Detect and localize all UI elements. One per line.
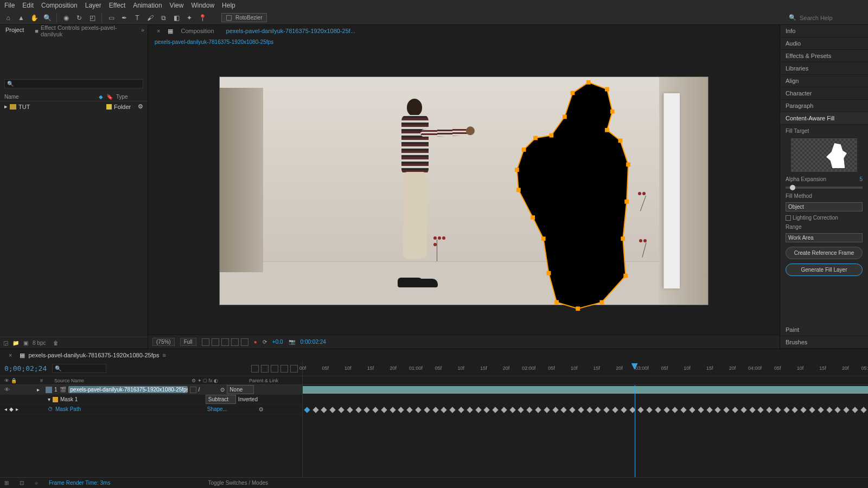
bpc-toggle[interactable]: 8 bpc bbox=[33, 340, 46, 346]
layer-duration-bar[interactable] bbox=[303, 386, 868, 394]
panel-effects-presets[interactable]: Effects & Presets bbox=[780, 50, 868, 62]
ruler-tick[interactable]: 10f bbox=[344, 365, 352, 371]
settings-icon[interactable]: ⚙ bbox=[138, 103, 143, 110]
keyframe[interactable] bbox=[783, 407, 789, 413]
tl-footer-icon-3[interactable]: ⟐ bbox=[35, 480, 38, 486]
ruler-tick[interactable]: 10f bbox=[797, 365, 804, 371]
resolution-select[interactable]: Full bbox=[180, 338, 196, 346]
exposure-value[interactable]: +0.0 bbox=[272, 339, 283, 345]
ruler-tick[interactable]: 04:00f bbox=[748, 365, 762, 371]
ruler-tick[interactable]: 03:00f bbox=[635, 365, 649, 371]
comp-tab-name[interactable]: pexels-pavel-danilyuk-7816375-1920x1080-… bbox=[222, 26, 360, 36]
new-comp-icon[interactable]: ▣ bbox=[23, 340, 28, 346]
alpha-expansion-value[interactable]: 5 bbox=[859, 176, 863, 182]
tl-tool-5[interactable] bbox=[290, 365, 298, 373]
panel-align[interactable]: Align bbox=[780, 75, 868, 87]
keyframe[interactable] bbox=[467, 407, 473, 413]
keyframe[interactable] bbox=[766, 407, 772, 413]
vf-reset-icon[interactable]: ⟳ bbox=[263, 339, 267, 345]
tl-footer-icon-1[interactable]: ⊞ bbox=[4, 480, 9, 486]
snapshot-icon[interactable]: 📷 bbox=[289, 339, 295, 345]
tab-project[interactable]: Project bbox=[0, 25, 29, 37]
panel-character[interactable]: Character bbox=[780, 87, 868, 100]
vf-guide-icon[interactable] bbox=[241, 338, 248, 346]
keyframe[interactable] bbox=[818, 407, 824, 413]
ruler-tick[interactable]: 02:00f bbox=[522, 365, 535, 371]
next-keyframe-icon[interactable]: ▸ bbox=[16, 406, 18, 412]
vf-grid-icon[interactable] bbox=[231, 338, 239, 346]
zoom-tool-icon[interactable]: 🔍 bbox=[42, 13, 52, 23]
keyframe[interactable] bbox=[826, 407, 832, 413]
comp-tab-label[interactable]: Composition bbox=[176, 26, 218, 36]
keyframe[interactable] bbox=[432, 407, 438, 413]
add-keyframe-icon[interactable]: ◆ bbox=[9, 406, 14, 412]
keyframe[interactable] bbox=[561, 407, 567, 413]
keyframe[interactable] bbox=[612, 407, 618, 413]
range-select[interactable]: Work Area bbox=[786, 233, 863, 242]
panel-menu-icon[interactable]: » bbox=[138, 25, 148, 37]
tl-tool-1[interactable] bbox=[251, 365, 259, 373]
keyframe[interactable] bbox=[509, 407, 515, 413]
keyframe[interactable] bbox=[801, 407, 807, 413]
keyframe[interactable] bbox=[595, 407, 601, 413]
col-type[interactable]: Type bbox=[116, 94, 143, 100]
project-search-input[interactable] bbox=[4, 79, 143, 88]
tl-footer-icon-2[interactable]: ⊡ bbox=[20, 480, 24, 486]
camera-tool-icon[interactable]: ◰ bbox=[87, 13, 97, 23]
keyframe[interactable] bbox=[706, 407, 712, 413]
timecode[interactable]: 0;00;02;24 bbox=[4, 364, 47, 373]
ruler-tick[interactable]: 10f bbox=[684, 365, 691, 371]
home-icon[interactable]: ⌂ bbox=[3, 13, 13, 23]
menu-composition[interactable]: Composition bbox=[41, 2, 78, 9]
alpha-expansion-slider[interactable] bbox=[786, 187, 863, 189]
breadcrumb[interactable]: pexels-pavel-danilyuk-7816375-1920x1080-… bbox=[148, 37, 780, 47]
mask-color[interactable] bbox=[53, 397, 58, 402]
toggle-switches-modes[interactable]: Toggle Switches / Modes bbox=[208, 480, 268, 486]
ruler-tick[interactable]: 10f bbox=[457, 365, 464, 371]
keyframe[interactable] bbox=[749, 407, 755, 413]
panel-paragraph[interactable]: Paragraph bbox=[780, 100, 868, 112]
menu-help[interactable]: Help bbox=[222, 2, 235, 9]
tl-tool-4[interactable] bbox=[280, 365, 288, 373]
pen-tool-icon[interactable]: ✒ bbox=[119, 13, 129, 23]
generate-fill-layer-button[interactable]: Generate Fill Layer bbox=[786, 264, 863, 276]
keyframe[interactable] bbox=[501, 407, 507, 413]
menu-window[interactable]: Window bbox=[191, 2, 214, 9]
stopwatch-icon[interactable]: ⏱ bbox=[48, 406, 53, 412]
keyframe[interactable] bbox=[424, 407, 430, 413]
keyframe[interactable] bbox=[586, 407, 592, 413]
keyframe[interactable] bbox=[415, 407, 421, 413]
keyframe[interactable] bbox=[689, 407, 695, 413]
keyframe[interactable] bbox=[372, 407, 378, 413]
parent-select[interactable]: None bbox=[227, 385, 254, 394]
keyframe[interactable] bbox=[732, 407, 738, 413]
ruler-tick[interactable]: 15f bbox=[706, 365, 713, 371]
ruler-tick[interactable]: 15f bbox=[367, 365, 374, 371]
pickwhip-icon[interactable]: ⊙ bbox=[220, 387, 225, 393]
keyframe[interactable] bbox=[792, 407, 798, 413]
keyframe[interactable] bbox=[698, 407, 704, 413]
keyframe[interactable] bbox=[758, 407, 764, 413]
composition-viewer[interactable] bbox=[148, 47, 780, 335]
keyframe[interactable] bbox=[364, 407, 370, 413]
disclosure-icon[interactable]: ▸ bbox=[4, 103, 8, 110]
keyframe[interactable] bbox=[655, 407, 661, 413]
panel-libraries[interactable]: Libraries bbox=[780, 62, 868, 75]
keyframe[interactable] bbox=[578, 407, 584, 413]
keyframe[interactable] bbox=[681, 407, 687, 413]
col-parent-link[interactable]: Parent & Link bbox=[249, 378, 298, 383]
clone-tool-icon[interactable]: ⧉ bbox=[158, 13, 168, 23]
trash-icon[interactable]: 🗑 bbox=[53, 340, 59, 346]
panel-audio[interactable]: Audio bbox=[780, 37, 868, 50]
shape-link[interactable]: Shape... bbox=[207, 406, 227, 412]
keyframe[interactable] bbox=[852, 407, 858, 413]
keyframe[interactable] bbox=[475, 407, 481, 413]
keyframe[interactable] bbox=[715, 407, 721, 413]
menu-layer[interactable]: Layer bbox=[85, 2, 101, 9]
panel-paint[interactable]: Paint bbox=[780, 324, 868, 336]
vf-mask-icon[interactable] bbox=[212, 338, 219, 346]
current-time[interactable]: 0:00:02:24 bbox=[301, 339, 326, 345]
keyframe[interactable] bbox=[569, 407, 575, 413]
keyframe[interactable] bbox=[381, 407, 387, 413]
menu-file[interactable]: File bbox=[4, 2, 15, 9]
